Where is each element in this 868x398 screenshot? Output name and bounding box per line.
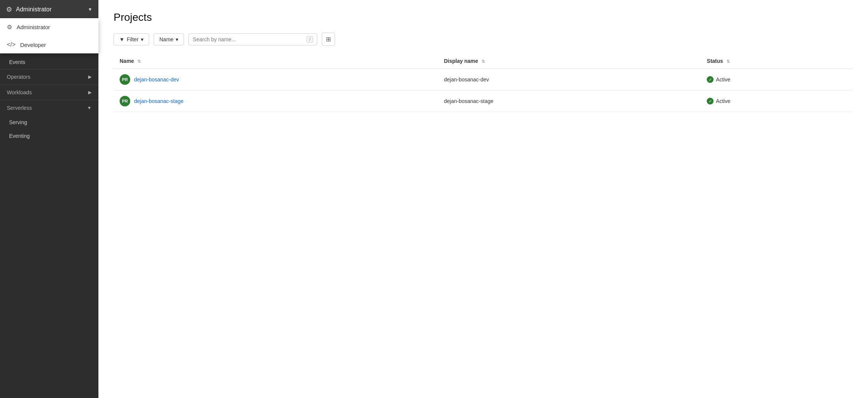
sidebar-item-eventing[interactable]: Eventing — [0, 129, 98, 143]
cell-name-1: PR dejan-bosanac-stage — [114, 91, 438, 112]
sidebar-header-title: Administrator — [16, 6, 84, 13]
sidebar-nav: Search API Explorer Events Operators ▶ W… — [0, 19, 98, 398]
search-input[interactable] — [193, 34, 307, 45]
status-label-0: Active — [716, 76, 730, 83]
filter-chevron-icon: ▾ — [141, 36, 143, 42]
sidebar-item-events[interactable]: Events — [0, 55, 98, 69]
columns-button[interactable]: ⊞ — [322, 33, 335, 46]
developer-code-icon: </> — [7, 41, 16, 48]
table-row: PR dejan-bosanac-dev dejan-bosanac-dev ✓… — [114, 69, 853, 91]
chevron-right-icon-workloads: ▶ — [88, 90, 92, 95]
col-header-status: Status ⇅ — [701, 53, 853, 69]
main-content: Projects ▼ Filter ▾ Name ▾ / ⊞ Name ⇅ — [98, 0, 868, 398]
role-dropdown: ⚙ Administrator </> Developer — [0, 18, 98, 53]
chevron-right-icon: ▶ — [88, 74, 92, 80]
dropdown-item-administrator[interactable]: ⚙ Administrator — [0, 18, 98, 36]
cell-status-0: ✓ Active — [701, 69, 853, 91]
page-title: Projects — [114, 11, 853, 23]
dropdown-item-developer[interactable]: </> Developer — [0, 36, 98, 53]
sidebar-item-serving[interactable]: Serving — [0, 115, 98, 129]
dropdown-item-label-administrator: Administrator — [17, 24, 50, 30]
sort-icon-status[interactable]: ⇅ — [726, 59, 730, 64]
table-header-row: Name ⇅ Display name ⇅ Status ⇅ — [114, 53, 853, 69]
project-link-0[interactable]: dejan-bosanac-dev — [134, 76, 179, 83]
chevron-down-icon-serverless: ▼ — [87, 105, 92, 111]
project-link-1[interactable]: dejan-bosanac-stage — [134, 98, 184, 104]
status-check-icon-1: ✓ — [707, 98, 714, 105]
chevron-down-icon: ▼ — [88, 7, 92, 12]
project-avatar-1: PR — [120, 96, 130, 106]
filter-icon: ▼ — [119, 36, 125, 42]
toolbar: ▼ Filter ▾ Name ▾ / ⊞ — [114, 33, 853, 46]
sidebar-section-operators[interactable]: Operators ▶ — [0, 69, 98, 84]
status-label-1: Active — [716, 98, 730, 104]
search-input-wrap: / — [189, 33, 317, 45]
kbd-slash-hint: / — [307, 36, 313, 43]
name-label: Name — [159, 36, 173, 42]
status-check-icon-0: ✓ — [707, 76, 714, 83]
col-header-name: Name ⇅ — [114, 53, 438, 69]
name-dropdown-button[interactable]: Name ▾ — [154, 33, 184, 45]
filter-label: Filter — [127, 36, 139, 42]
sidebar: ⚙ Administrator ▼ ⚙ Administrator </> De… — [0, 0, 98, 398]
sidebar-section-workloads[interactable]: Workloads ▶ — [0, 84, 98, 100]
cell-status-1: ✓ Active — [701, 91, 853, 112]
table-row: PR dejan-bosanac-stage dejan-bosanac-sta… — [114, 91, 853, 112]
sort-icon-display-name[interactable]: ⇅ — [482, 59, 485, 64]
sidebar-header[interactable]: ⚙ Administrator ▼ — [0, 0, 98, 19]
project-avatar-0: PR — [120, 74, 130, 85]
projects-table: Name ⇅ Display name ⇅ Status ⇅ PR dejan-… — [114, 53, 853, 112]
cell-name-0: PR dejan-bosanac-dev — [114, 69, 438, 91]
sort-icon-name[interactable]: ⇅ — [137, 59, 141, 64]
name-dropdown-chevron-icon: ▾ — [176, 36, 178, 42]
cell-display-name-0: dejan-bosanac-dev — [438, 69, 701, 91]
columns-icon: ⊞ — [326, 36, 331, 42]
dropdown-item-label-developer: Developer — [20, 42, 46, 48]
filter-button[interactable]: ▼ Filter ▾ — [114, 33, 149, 45]
gear-icon: ⚙ — [6, 5, 12, 14]
cell-display-name-1: dejan-bosanac-stage — [438, 91, 701, 112]
col-header-display-name: Display name ⇅ — [438, 53, 701, 69]
sidebar-section-serverless[interactable]: Serverless ▼ — [0, 100, 98, 115]
admin-gear-icon: ⚙ — [7, 23, 12, 31]
